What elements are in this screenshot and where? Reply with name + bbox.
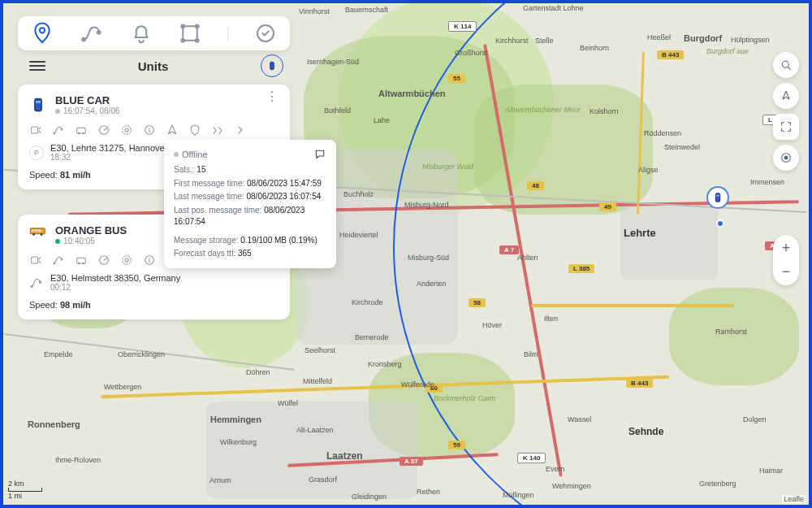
svg-point-37 [125, 258, 128, 262]
map-label: Empelde [44, 350, 73, 358]
card-toolbar [29, 124, 279, 137]
gps-icon[interactable] [120, 124, 133, 137]
map-label: Rethen [417, 488, 440, 496]
card-menu-button[interactable]: ⋮ [266, 94, 279, 99]
locate-icon[interactable] [29, 254, 42, 267]
map-label: Kirchrode [352, 298, 383, 306]
road-badge: K 114 [448, 21, 477, 32]
shield-icon[interactable] [188, 124, 201, 137]
map-label: Wettbergen [104, 383, 141, 391]
map-label: Lehrte [624, 227, 656, 239]
map-label: Kronsberg [368, 360, 402, 368]
svg-rect-14 [32, 127, 38, 133]
scale-bar: 2 km 1 mi [8, 480, 42, 500]
unit-type-button[interactable] [261, 54, 283, 77]
unit-name: ORANGE BUS [55, 224, 127, 237]
map-label: Mittelfeld [303, 377, 332, 385]
speed-icon[interactable] [97, 124, 110, 137]
speed-label: Speed: [29, 170, 58, 180]
chevron-right-icon[interactable] [234, 124, 247, 137]
map-label: Ihme-Roloven [55, 456, 101, 464]
map-label: Gretenberg [699, 480, 736, 488]
status-dot [55, 239, 60, 244]
unit-marker-blue-car[interactable] [706, 186, 729, 209]
svg-point-29 [41, 233, 43, 236]
svg-point-2 [40, 28, 45, 33]
map-label: Ahlten [517, 254, 538, 262]
speed-value: 98 mi/h [60, 300, 91, 310]
nav-icon[interactable] [166, 124, 179, 137]
map-label: Gartenstadt Lohne [523, 4, 584, 12]
map-label: Burgdorf [684, 33, 722, 43]
svg-rect-0 [715, 193, 719, 202]
map-label: Isernhagen-Süd [307, 58, 359, 66]
road-badge: K 140 [517, 453, 546, 463]
map-label: Bothfeld [324, 106, 351, 115]
chat-icon[interactable] [313, 148, 326, 161]
map-label: Altwarmbüchener Moor [505, 106, 581, 114]
zoom-control: + − [773, 235, 799, 285]
map-label: Döhren [246, 368, 270, 376]
map-label: Stelle [535, 37, 554, 45]
compass-button[interactable] [773, 83, 799, 109]
search-button[interactable] [773, 52, 799, 78]
tab-notifications[interactable] [129, 21, 153, 46]
map-label: Oberricklingen [118, 350, 165, 358]
tab-tracking[interactable] [30, 21, 54, 46]
map-label: Kirchhorst [495, 37, 529, 45]
top-tabs [18, 16, 290, 50]
menu-button[interactable] [29, 61, 45, 71]
road-badge: B 443 [626, 379, 653, 388]
svg-point-45 [782, 61, 788, 67]
map-label: Grasdorf [309, 475, 337, 484]
map-label: Bemerode [355, 333, 389, 341]
locate-me-button[interactable] [773, 145, 799, 171]
map-label: Wülfel [278, 399, 298, 407]
svg-rect-12 [35, 99, 41, 111]
messages-icon[interactable] [75, 254, 88, 267]
unit-name: BLUE CAR [55, 94, 120, 106]
status-dot [55, 109, 60, 114]
position-dot [716, 219, 724, 228]
map-label: Buchholz [343, 190, 374, 198]
tab-routes[interactable] [80, 21, 104, 46]
map-label: Sehnde [628, 426, 663, 437]
svg-point-28 [32, 233, 35, 236]
svg-rect-5 [184, 26, 198, 41]
locate-icon[interactable] [29, 124, 42, 137]
zoom-out-button[interactable]: − [782, 263, 791, 280]
map-label: Misburg-Nord [404, 201, 449, 209]
svg-point-22 [123, 126, 132, 135]
info-icon[interactable] [143, 254, 156, 267]
route2-icon[interactable] [211, 124, 224, 137]
gps-icon[interactable] [120, 254, 133, 267]
map-label: Anderten [417, 280, 447, 288]
track-icon[interactable] [52, 124, 65, 137]
track-icon[interactable] [52, 254, 65, 267]
speed-value: 81 mi/h [60, 170, 91, 180]
messages-icon[interactable] [75, 124, 88, 137]
speed-icon[interactable] [97, 254, 110, 267]
bus-icon [29, 224, 47, 239]
map-label: Dolgen [743, 415, 767, 423]
svg-rect-27 [38, 229, 41, 232]
map-label: Laatzen [326, 450, 363, 462]
svg-point-21 [125, 128, 128, 132]
zoom-in-button[interactable]: + [782, 240, 791, 257]
info-icon[interactable] [143, 124, 156, 137]
svg-rect-30 [32, 257, 38, 263]
tab-status[interactable] [253, 21, 278, 46]
map-label: Wülferode [401, 380, 434, 389]
map-label: Vinnhorst [299, 7, 330, 15]
map-label: Burgdorf aue [706, 47, 749, 55]
road-badge: L 385 [568, 264, 594, 273]
map-label: Hülptingsen [731, 36, 770, 44]
road-badge: 49 [599, 202, 616, 211]
fullscreen-button[interactable] [773, 114, 799, 140]
map-label: Ramhorst [715, 328, 747, 336]
tab-geofences[interactable] [178, 21, 202, 46]
map-label: Alt-Laatzen [296, 426, 334, 434]
map-attribution: Leafle [782, 495, 806, 503]
map-label: Wilkenburg [220, 438, 257, 446]
map-label: Ronnenberg [28, 419, 80, 429]
